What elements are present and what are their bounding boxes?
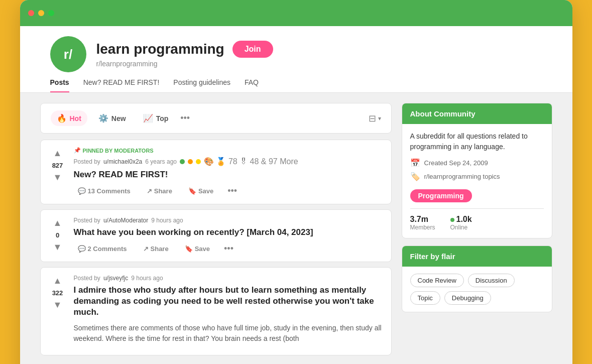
post-body: 📌 PINNED BY MODERATORS Posted by u/micha… bbox=[74, 147, 383, 197]
about-community-header: About Community bbox=[402, 103, 552, 124]
vote-column: ▲ 322 ▼ bbox=[49, 275, 67, 348]
post-card-admire: ▲ 322 ▼ Posted by u/jsveyfjc 9 hours ago… bbox=[40, 267, 392, 355]
more-button[interactable]: ••• bbox=[225, 186, 239, 196]
post-meta: 📌 PINNED BY MODERATORS bbox=[74, 147, 383, 154]
post-body-text: Sometimes there are comments of those wh… bbox=[74, 323, 383, 344]
nav-faq[interactable]: FAQ bbox=[245, 78, 259, 92]
downvote-button[interactable]: ▼ bbox=[52, 299, 63, 311]
subreddit-name: learn programming bbox=[96, 41, 224, 57]
post-author[interactable]: u/AutoModerator bbox=[103, 217, 148, 224]
vote-count: 827 bbox=[52, 162, 63, 169]
badge-green bbox=[180, 159, 185, 164]
comments-button[interactable]: 💬 2 Comments bbox=[74, 243, 131, 255]
post-time: 9 hours ago bbox=[131, 275, 163, 282]
downvote-button[interactable]: ▼ bbox=[52, 241, 63, 254]
save-button[interactable]: 🔖 Save bbox=[184, 185, 217, 197]
post-author-meta: Posted by u/michael0x2a 6 years ago 🎨 🏅 … bbox=[74, 157, 383, 166]
sort-new-button[interactable]: ⚙️ New bbox=[92, 110, 132, 126]
post-title[interactable]: What have you been working on recently? … bbox=[74, 227, 383, 238]
topics-meta: 🏷️ r/learnprogramming topics bbox=[410, 172, 544, 181]
post-badges: 🎨 🏅 78 🎖 48 & 97 More bbox=[204, 157, 298, 166]
hot-icon: 🔥 bbox=[57, 113, 67, 123]
post-card-pinned: ▲ 827 ▼ 📌 PINNED BY MODERATORS Posted bbox=[40, 140, 392, 204]
vote-count: 0 bbox=[56, 231, 59, 239]
vote-column: ▲ 827 ▼ bbox=[49, 147, 67, 197]
post-author-meta: Posted by u/jsveyfjc 9 hours ago bbox=[74, 275, 383, 282]
sort-bar: 🔥 Hot ⚙️ New 📈 Top ••• ⊟ bbox=[40, 103, 392, 134]
comments-button[interactable]: 💬 13 Comments bbox=[74, 185, 135, 197]
flair-tag-code-review[interactable]: Code Review bbox=[410, 274, 464, 287]
upvote-button[interactable]: ▲ bbox=[52, 147, 63, 160]
share-icon: ↗ bbox=[143, 245, 149, 253]
about-description: A subreddit for all questions related to… bbox=[410, 131, 544, 152]
feed-area: 🔥 Hot ⚙️ New 📈 Top ••• ⊟ bbox=[40, 103, 392, 360]
badge-gold bbox=[196, 159, 201, 164]
comment-icon: 💬 bbox=[78, 187, 86, 195]
top-icon: 📈 bbox=[143, 113, 153, 123]
new-icon: ⚙️ bbox=[98, 113, 108, 123]
pin-icon: 📌 bbox=[74, 147, 81, 154]
subreddit-info: learn programming Join r/learnprogrammin… bbox=[96, 41, 542, 68]
nav-posts[interactable]: Posts bbox=[50, 78, 69, 92]
downvote-button[interactable]: ▼ bbox=[52, 171, 63, 184]
post-author-meta: Posted by u/AutoModerator 9 hours ago bbox=[74, 217, 383, 224]
subreddit-logo: r/ bbox=[50, 36, 86, 72]
post-title[interactable]: New? READ ME FIRST! bbox=[74, 169, 383, 180]
nav-new-readme[interactable]: New? READ ME FIRST! bbox=[83, 78, 160, 92]
calendar-icon: 📅 bbox=[410, 158, 420, 168]
members-label: Members bbox=[410, 224, 435, 231]
vote-column: ▲ 0 ▼ bbox=[49, 217, 67, 255]
post-body: Posted by u/jsveyfjc 9 hours ago I admir… bbox=[74, 275, 383, 348]
about-community-body: A subreddit for all questions related to… bbox=[402, 124, 552, 238]
post-card-working: ▲ 0 ▼ Posted by u/AutoModerator 9 hours … bbox=[40, 209, 392, 262]
join-button[interactable]: Join bbox=[232, 41, 273, 58]
post-author[interactable]: u/michael0x2a bbox=[103, 158, 142, 165]
about-community-card: About Community A subreddit for all ques… bbox=[402, 103, 552, 238]
flair-tag-discussion[interactable]: Discussion bbox=[468, 274, 515, 287]
badge-orange bbox=[188, 159, 193, 164]
browser-bar bbox=[20, 0, 572, 26]
sort-hot-button[interactable]: 🔥 Hot bbox=[51, 110, 87, 126]
close-dot[interactable] bbox=[28, 10, 34, 16]
subreddit-url: r/learnprogramming bbox=[96, 60, 542, 68]
post-title[interactable]: I admire those who study after hours but… bbox=[74, 285, 383, 318]
minimize-dot[interactable] bbox=[38, 10, 44, 16]
sidebar: About Community A subreddit for all ques… bbox=[402, 103, 552, 360]
share-button[interactable]: ↗ Share bbox=[143, 185, 176, 197]
filter-flair-card: Filter by flair Code Review Discussion T… bbox=[402, 246, 552, 312]
more-button[interactable]: ••• bbox=[222, 244, 235, 254]
members-stat: 3.7m Members bbox=[410, 215, 435, 231]
share-icon: ↗ bbox=[147, 187, 152, 195]
post-actions: 💬 2 Comments ↗ Share 🔖 Save • bbox=[74, 243, 383, 255]
post-author[interactable]: u/jsveyfjc bbox=[103, 275, 128, 282]
tag-icon: 🏷️ bbox=[410, 172, 420, 181]
online-label: Online bbox=[450, 224, 472, 231]
save-button[interactable]: 🔖 Save bbox=[181, 243, 214, 255]
upvote-button[interactable]: ▲ bbox=[52, 275, 63, 287]
nav-posting-guidelines[interactable]: Posting guidelines bbox=[173, 78, 230, 92]
online-stat: 1.0k Online bbox=[450, 215, 472, 231]
post-actions: 💬 13 Comments ↗ Share 🔖 Save bbox=[74, 185, 383, 197]
save-icon: 🔖 bbox=[188, 187, 196, 195]
browser-window: r/ learn programming Join r/learnprogram… bbox=[20, 0, 572, 364]
online-count: 1.0k bbox=[450, 215, 472, 224]
share-button[interactable]: ↗ Share bbox=[139, 243, 173, 255]
post-body: Posted by u/AutoModerator 9 hours ago Wh… bbox=[74, 217, 383, 255]
subreddit-header: r/ learn programming Join r/learnprogram… bbox=[20, 26, 572, 93]
sort-top-button[interactable]: 📈 Top bbox=[137, 110, 175, 126]
flair-tags: Code Review Discussion Topic Debugging bbox=[402, 267, 552, 312]
programming-pill[interactable]: Programming bbox=[410, 189, 472, 202]
view-toggle-button[interactable]: ⊟ ▾ bbox=[369, 113, 381, 124]
created-meta: 📅 Created Sep 24, 2009 bbox=[410, 158, 544, 168]
maximize-dot[interactable] bbox=[48, 10, 54, 16]
flair-tag-topic[interactable]: Topic bbox=[410, 291, 440, 305]
content-area: 🔥 Hot ⚙️ New 📈 Top ••• ⊟ bbox=[20, 93, 572, 364]
subreddit-nav: Posts New? READ ME FIRST! Posting guidel… bbox=[50, 78, 542, 92]
pinned-label: 📌 PINNED BY MODERATORS bbox=[74, 147, 154, 154]
online-dot bbox=[450, 218, 454, 222]
save-icon: 🔖 bbox=[185, 245, 193, 253]
upvote-button[interactable]: ▲ bbox=[52, 217, 63, 229]
sort-more-button[interactable]: ••• bbox=[180, 113, 190, 124]
comment-icon: 💬 bbox=[78, 245, 86, 253]
flair-tag-debugging[interactable]: Debugging bbox=[444, 291, 491, 305]
